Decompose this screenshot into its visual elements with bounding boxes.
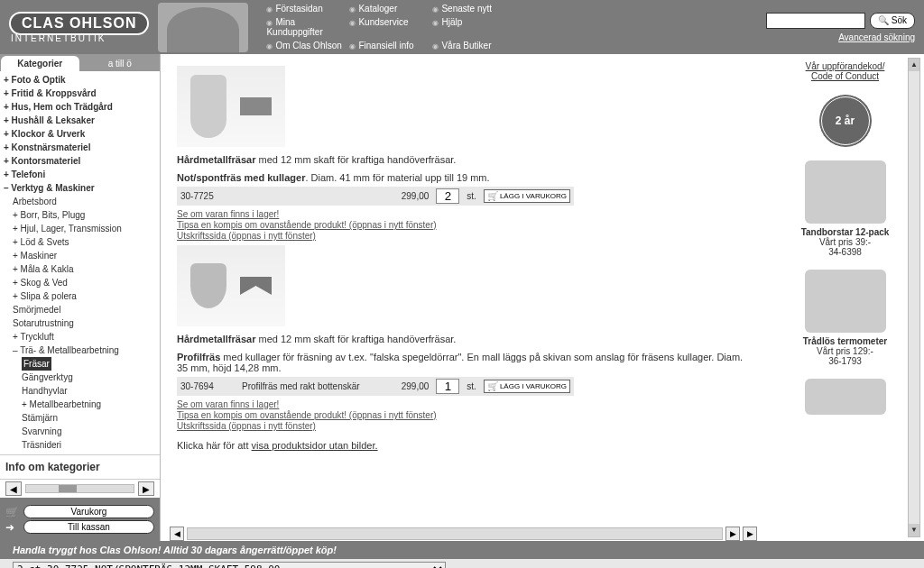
product2-add-button[interactable]: LÄGG I VARUKORG bbox=[484, 380, 570, 393]
product1-qty[interactable] bbox=[436, 188, 459, 204]
advanced-search-link[interactable]: Avancerad sökning bbox=[838, 32, 915, 42]
nav-om[interactable]: Om Clas Ohlson bbox=[266, 39, 349, 52]
nav-butiker[interactable]: Våra Butiker bbox=[432, 39, 515, 52]
info-kategorier[interactable]: Info om kategorier bbox=[0, 454, 160, 479]
category-item[interactable]: + Klockor & Urverk bbox=[4, 127, 156, 141]
promo3-image[interactable] bbox=[805, 379, 886, 415]
promo2-image[interactable] bbox=[805, 270, 886, 333]
category-item[interactable]: – Verktyg & Maskiner bbox=[4, 181, 156, 195]
cart-icon: 🛒 bbox=[5, 506, 18, 518]
search-input[interactable] bbox=[766, 13, 865, 29]
category-item[interactable]: + Borr, Bits, Plugg bbox=[4, 208, 156, 222]
cscroll-left[interactable]: ◀ bbox=[170, 527, 184, 541]
no-images-link[interactable]: visa produktsidor utan bilder. bbox=[252, 440, 378, 451]
product2-row: 30-7694 Profilfräs med rakt bottenskär 2… bbox=[177, 377, 574, 396]
search-button[interactable]: 🔍 Sök bbox=[870, 13, 915, 29]
cscroll-right2[interactable]: ▶ bbox=[743, 527, 757, 541]
category-item[interactable]: + Telefoni bbox=[4, 168, 156, 181]
logo[interactable]: CLAS OHLSON INTERNETBUTIK bbox=[9, 12, 149, 43]
varukorg-button[interactable]: Varukorg bbox=[23, 505, 154, 518]
top-nav: Förstasidan Kataloger Senaste nytt Mina … bbox=[266, 2, 519, 52]
nav-kataloger[interactable]: Kataloger bbox=[349, 2, 432, 15]
promo2-art: 36-1793 bbox=[773, 356, 917, 366]
product2-desc2: Profilfräs med kullager för fräsning av … bbox=[177, 352, 750, 373]
category-item[interactable]: + Slipa & polera bbox=[4, 289, 156, 303]
view-switch: Klicka här för att visa produktsidor uta… bbox=[177, 440, 750, 451]
tab-a-till-o[interactable]: a till ö bbox=[81, 56, 160, 71]
category-item[interactable]: + Löd & Svets bbox=[4, 235, 156, 249]
product2-tip-link[interactable]: Tipsa en kompis om ovanstående produkt! … bbox=[177, 410, 750, 420]
sidebar-hscroll: ◀ ▶ bbox=[0, 479, 160, 498]
category-item[interactable]: Sotarutrustning bbox=[4, 316, 156, 330]
category-item[interactable]: Fräsar bbox=[4, 357, 156, 371]
coc-link[interactable]: Vår uppförandekod/Code of Conduct bbox=[773, 61, 917, 81]
cscroll-right[interactable]: ▶ bbox=[725, 527, 740, 541]
category-item[interactable]: + Tryckluft bbox=[4, 330, 156, 344]
category-item[interactable]: Svarvning bbox=[4, 425, 156, 438]
category-item[interactable]: + Konstnärsmateriel bbox=[4, 141, 156, 154]
promo1-price: Vårt pris 39:- bbox=[773, 237, 917, 247]
product2-print-link[interactable]: Utskriftssida (öppnas i nytt fönster) bbox=[177, 421, 750, 431]
nav-finansiell[interactable]: Finansiell info bbox=[349, 39, 432, 52]
category-item[interactable]: – Trä- & Metallbearbetning bbox=[4, 344, 156, 357]
product-image-1 bbox=[177, 66, 285, 147]
category-item[interactable]: Handhyvlar bbox=[4, 384, 156, 398]
nav-senaste-nytt[interactable]: Senaste nytt bbox=[432, 2, 515, 15]
category-item[interactable]: + Metallbearbetning bbox=[4, 398, 156, 411]
footer-message: Handla tryggt hos Clas Ohlson! Alltid 30… bbox=[0, 541, 924, 559]
cart-summary-select[interactable]: 2 st.30-7725 NOT/SPONTFRÄS 12MM SKAFT 59… bbox=[13, 562, 446, 568]
rscroll-up[interactable]: ▲ bbox=[909, 59, 919, 71]
product1-desc2: Not/spontfräs med kullager. Diam. 41 mm … bbox=[177, 172, 750, 183]
category-item[interactable]: + Maskiner bbox=[4, 249, 156, 262]
nav-hjalp[interactable]: Hjälp bbox=[432, 15, 515, 39]
product2-art: 30-7694 bbox=[180, 381, 235, 391]
category-tree[interactable]: + Foto & Optik+ Fritid & Kroppsvård+ Hus… bbox=[0, 71, 160, 454]
product2-desc1: Hårdmetallfräsar med 12 mm skaft för kra… bbox=[177, 334, 750, 344]
product1-print-link[interactable]: Utskriftssida (öppnas i nytt fönster) bbox=[177, 231, 750, 241]
nav-forstasidan[interactable]: Förstasidan bbox=[266, 2, 349, 15]
category-item[interactable]: + Kontorsmateriel bbox=[4, 154, 156, 168]
category-item[interactable]: + Hushåll & Leksaker bbox=[4, 114, 156, 127]
cart-summary-bar: 2 st.30-7725 NOT/SPONTFRÄS 12MM SKAFT 59… bbox=[0, 559, 924, 568]
product1-stock-link[interactable]: Se om varan finns i lager! bbox=[177, 209, 750, 219]
category-item[interactable]: + Skog & Ved bbox=[4, 276, 156, 289]
scroll-right[interactable]: ▶ bbox=[138, 481, 154, 496]
category-item[interactable]: Smörjmedel bbox=[4, 303, 156, 316]
promo2-title: Trådlös termometer bbox=[773, 336, 917, 346]
product1-desc1: Hårdmetallfräsar med 12 mm skaft för kra… bbox=[177, 154, 750, 165]
scroll-left[interactable]: ◀ bbox=[5, 481, 22, 496]
category-item[interactable]: Arbetsbord bbox=[4, 195, 156, 208]
center-hscroll: ◀ ▶ ▶ bbox=[170, 527, 757, 541]
right-vscroll[interactable]: ▲ ▼ bbox=[908, 58, 920, 537]
product1-price: 299,00 bbox=[383, 191, 429, 201]
category-item[interactable]: + Måla & Kakla bbox=[4, 262, 156, 276]
product-list: Hårdmetallfräsar med 12 mm skaft för kra… bbox=[161, 54, 766, 541]
category-item[interactable]: + Foto & Optik bbox=[4, 73, 156, 87]
category-item[interactable]: + Fritid & Kroppsvård bbox=[4, 87, 156, 100]
product1-add-button[interactable]: LÄGG I VARUKORG bbox=[484, 189, 570, 203]
category-item[interactable]: Stämjärn bbox=[4, 411, 156, 425]
category-item[interactable]: + Verktyg bbox=[4, 452, 156, 454]
family-photo bbox=[158, 3, 248, 52]
category-item[interactable]: + Hus, Hem och Trädgård bbox=[4, 100, 156, 114]
category-item[interactable]: + Hjul, Lager, Transmission bbox=[4, 222, 156, 235]
product1-art: 30-7725 bbox=[180, 191, 235, 201]
checkout-icon: ➜ bbox=[5, 521, 18, 534]
sidebar: Kategorier a till ö + Foto & Optik+ Frit… bbox=[0, 54, 161, 541]
category-item[interactable]: Träsnideri bbox=[4, 438, 156, 452]
product2-qty[interactable] bbox=[436, 379, 459, 394]
promo-column: Vår uppförandekod/Code of Conduct 2 år T… bbox=[766, 54, 924, 541]
nav-kunduppgifter[interactable]: Mina Kunduppgifter bbox=[266, 15, 349, 39]
category-item[interactable]: Gängverktyg bbox=[4, 371, 156, 384]
promo1-image[interactable] bbox=[805, 160, 886, 224]
promo1-title: Tandborstar 12-pack bbox=[773, 227, 917, 237]
promo2-price: Vårt pris 129:- bbox=[773, 346, 917, 356]
rscroll-down[interactable]: ▼ bbox=[909, 524, 919, 536]
nav-kundservice[interactable]: Kundservice bbox=[349, 15, 432, 39]
tab-kategorier[interactable]: Kategorier bbox=[1, 56, 79, 71]
product1-tip-link[interactable]: Tipsa en kompis om ovanstående produkt! … bbox=[177, 220, 750, 230]
tillkassan-button[interactable]: Till kassan bbox=[23, 520, 154, 534]
product1-row: 30-7725 299,00 st. LÄGG I VARUKORG bbox=[177, 187, 574, 206]
header: CLAS OHLSON INTERNETBUTIK Förstasidan Ka… bbox=[0, 0, 924, 54]
product2-stock-link[interactable]: Se om varan finns i lager! bbox=[177, 399, 750, 409]
